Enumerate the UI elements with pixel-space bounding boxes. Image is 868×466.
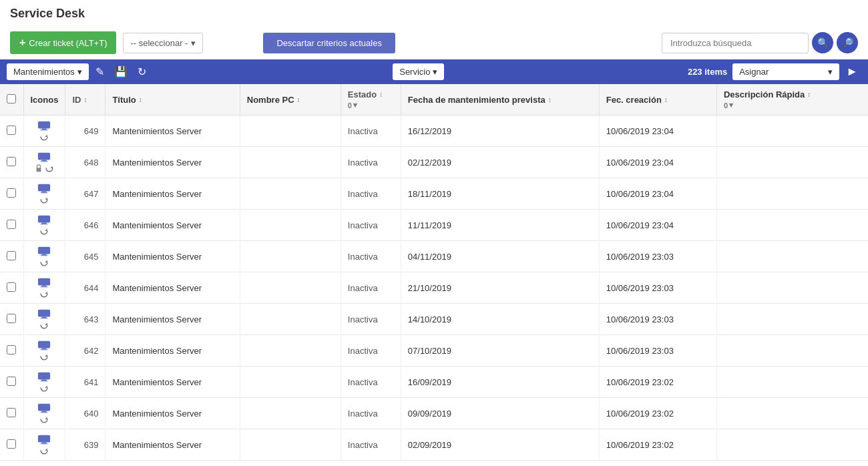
row-id[interactable]: 641 bbox=[65, 367, 105, 398]
row-icons-cell bbox=[23, 241, 65, 272]
select-all-checkbox[interactable] bbox=[7, 94, 16, 103]
th-desc-rapida[interactable]: Descripción Rápida ↕ 0 ▾ bbox=[716, 84, 868, 115]
chevron-down-icon[interactable]: ▾ bbox=[353, 101, 357, 109]
row-titulo[interactable]: Mantenimientos Server bbox=[105, 304, 240, 335]
row-titulo[interactable]: Mantenimientos Server bbox=[105, 335, 240, 367]
refresh-icon bbox=[39, 352, 49, 361]
edit-filter-button[interactable]: ✎ bbox=[92, 63, 107, 80]
icon-bottom-row bbox=[39, 226, 49, 236]
row-nombre-pc bbox=[240, 304, 341, 335]
row-checkbox[interactable] bbox=[7, 251, 16, 260]
icon-bottom-row bbox=[39, 352, 49, 361]
table-row: 647Mantenimientos ServerInactiva18/11/20… bbox=[0, 178, 868, 210]
row-id[interactable]: 648 bbox=[65, 147, 105, 178]
assign-dropdown[interactable]: Asignar ▾ bbox=[732, 63, 839, 80]
chevron-down-icon[interactable]: ▾ bbox=[729, 101, 733, 109]
search-area: 🔍 🔎 bbox=[662, 32, 858, 53]
chevron-down-icon: ▾ bbox=[828, 67, 833, 77]
search-input[interactable] bbox=[662, 33, 809, 53]
svg-rect-17 bbox=[38, 247, 50, 254]
table-row: 644Mantenimientos ServerInactiva21/10/20… bbox=[0, 272, 868, 304]
row-estado: Inactiva bbox=[341, 147, 401, 178]
row-icons-cell bbox=[23, 178, 65, 210]
row-nombre-pc bbox=[240, 398, 341, 429]
row-titulo[interactable]: Mantenimientos Server bbox=[105, 115, 240, 147]
select-dropdown[interactable]: -- seleccionar - ▾ bbox=[123, 33, 203, 53]
refresh-icon bbox=[39, 258, 49, 267]
monitor-icon bbox=[37, 183, 51, 194]
row-icons bbox=[31, 246, 59, 267]
svg-rect-21 bbox=[38, 278, 50, 286]
row-nombre-pc bbox=[240, 115, 341, 147]
svg-rect-33 bbox=[38, 373, 50, 380]
row-id[interactable]: 646 bbox=[65, 210, 105, 241]
row-id[interactable]: 647 bbox=[65, 178, 105, 210]
svg-rect-31 bbox=[41, 349, 48, 350]
th-titulo[interactable]: Título ↕ bbox=[105, 84, 240, 115]
row-titulo[interactable]: Mantenimientos Server bbox=[105, 272, 240, 304]
row-id[interactable]: 640 bbox=[65, 398, 105, 429]
discard-criteria-button[interactable]: Descartar criterios actuales bbox=[263, 33, 395, 53]
row-checkbox[interactable] bbox=[7, 188, 16, 198]
row-id[interactable]: 642 bbox=[65, 335, 105, 367]
refresh-button[interactable]: ↻ bbox=[134, 63, 150, 80]
monitor-icon bbox=[37, 152, 51, 162]
th-id[interactable]: ID ↕ bbox=[65, 84, 105, 115]
th-fecha-mant[interactable]: Fecha de mantenimiento prevista ↕ bbox=[401, 84, 599, 115]
filter-dropdown[interactable]: Mantenimientos ▾ bbox=[7, 63, 89, 80]
row-checkbox[interactable] bbox=[7, 282, 16, 292]
row-id[interactable]: 645 bbox=[65, 241, 105, 272]
row-desc-rapida bbox=[716, 178, 868, 210]
row-titulo[interactable]: Mantenimientos Server bbox=[105, 210, 240, 241]
sort-icon: ↕ bbox=[297, 96, 300, 103]
lock-icon bbox=[35, 164, 43, 172]
row-checkbox[interactable] bbox=[7, 408, 16, 417]
row-checkbox[interactable] bbox=[7, 220, 16, 229]
search-button[interactable]: 🔍 bbox=[812, 32, 833, 53]
advanced-search-button[interactable]: 🔎 bbox=[837, 32, 858, 53]
monitor-icon bbox=[37, 120, 51, 131]
row-checkbox[interactable] bbox=[7, 439, 16, 449]
next-arrow-button[interactable]: ► bbox=[843, 63, 861, 80]
row-fecha-mant: 04/11/2019 bbox=[401, 241, 599, 272]
row-checkbox[interactable] bbox=[7, 345, 16, 355]
row-titulo[interactable]: Mantenimientos Server bbox=[105, 367, 240, 398]
row-titulo[interactable]: Mantenimientos Server bbox=[105, 398, 240, 429]
th-iconos: Iconos bbox=[23, 84, 65, 115]
svg-rect-39 bbox=[41, 412, 48, 413]
row-estado: Inactiva bbox=[341, 210, 401, 241]
svg-rect-37 bbox=[38, 404, 50, 411]
row-titulo[interactable]: Mantenimientos Server bbox=[105, 429, 240, 461]
row-id[interactable]: 644 bbox=[65, 272, 105, 304]
sort-icon: ↕ bbox=[379, 91, 383, 98]
service-dropdown[interactable]: Servicio ▾ bbox=[393, 63, 444, 80]
row-icons-cell bbox=[23, 367, 65, 398]
th-fec-creacion[interactable]: Fec. creación ↕ bbox=[599, 84, 716, 115]
row-fec-creacion: 10/06/2019 23:02 bbox=[599, 429, 716, 461]
th-estado[interactable]: Estado ↕ 0 ▾ bbox=[341, 84, 401, 115]
row-titulo[interactable]: Mantenimientos Server bbox=[105, 178, 240, 210]
row-checkbox-cell bbox=[0, 241, 23, 272]
row-fecha-mant: 02/12/2019 bbox=[401, 147, 599, 178]
create-ticket-button[interactable]: + Crear ticket (ALT+T) bbox=[10, 31, 116, 54]
row-checkbox[interactable] bbox=[7, 314, 16, 323]
row-checkbox-cell bbox=[0, 147, 23, 178]
row-nombre-pc bbox=[240, 178, 341, 210]
row-titulo[interactable]: Mantenimientos Server bbox=[105, 147, 240, 178]
sort-icon: ↕ bbox=[807, 91, 811, 98]
svg-rect-5 bbox=[42, 160, 47, 162]
row-id[interactable]: 643 bbox=[65, 304, 105, 335]
svg-rect-7 bbox=[37, 168, 41, 172]
select-all-header[interactable] bbox=[0, 84, 23, 115]
row-id[interactable]: 649 bbox=[65, 115, 105, 147]
row-checkbox[interactable] bbox=[7, 377, 16, 386]
row-titulo[interactable]: Mantenimientos Server bbox=[105, 241, 240, 272]
monitor-icon-top bbox=[37, 340, 51, 351]
save-filter-button[interactable]: 💾 bbox=[111, 63, 131, 80]
row-checkbox[interactable] bbox=[7, 126, 16, 135]
row-checkbox[interactable] bbox=[7, 157, 16, 166]
row-icons bbox=[31, 152, 59, 173]
table-row: 645Mantenimientos ServerInactiva04/11/20… bbox=[0, 241, 868, 272]
row-id[interactable]: 639 bbox=[65, 429, 105, 461]
th-nombre-pc[interactable]: Nombre PC ↕ bbox=[240, 84, 341, 115]
